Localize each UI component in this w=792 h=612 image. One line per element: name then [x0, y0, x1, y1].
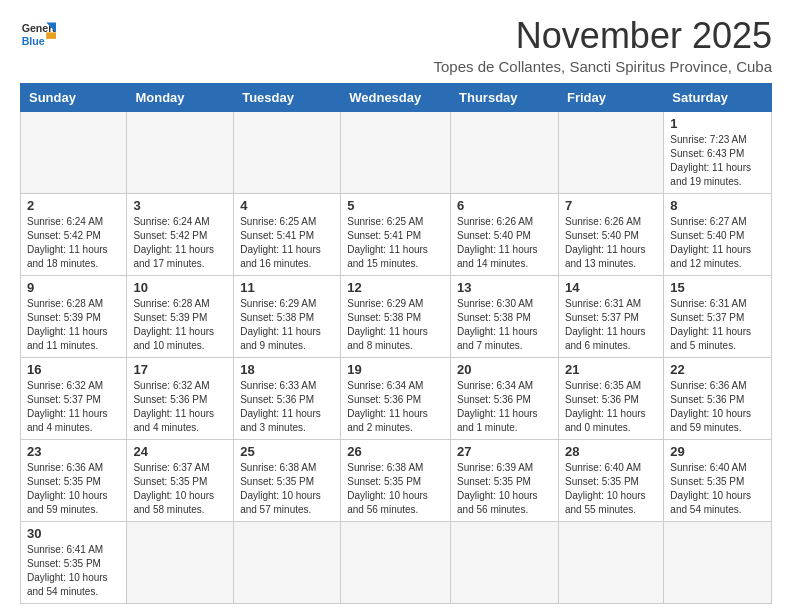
day-info: Sunrise: 6:25 AM Sunset: 5:41 PM Dayligh…: [347, 215, 444, 271]
calendar-cell: 25Sunrise: 6:38 AM Sunset: 5:35 PM Dayli…: [234, 439, 341, 521]
calendar-cell: 30Sunrise: 6:41 AM Sunset: 5:35 PM Dayli…: [21, 521, 127, 603]
day-number: 17: [133, 362, 227, 377]
calendar-cell: 2Sunrise: 6:24 AM Sunset: 5:42 PM Daylig…: [21, 193, 127, 275]
calendar-cell: 9Sunrise: 6:28 AM Sunset: 5:39 PM Daylig…: [21, 275, 127, 357]
day-number: 12: [347, 280, 444, 295]
day-info: Sunrise: 6:37 AM Sunset: 5:35 PM Dayligh…: [133, 461, 227, 517]
day-info: Sunrise: 6:26 AM Sunset: 5:40 PM Dayligh…: [457, 215, 552, 271]
calendar-cell: [234, 521, 341, 603]
day-number: 15: [670, 280, 765, 295]
weekday-header-tuesday: Tuesday: [234, 83, 341, 111]
weekday-header-thursday: Thursday: [451, 83, 559, 111]
day-number: 29: [670, 444, 765, 459]
weekday-header-monday: Monday: [127, 83, 234, 111]
weekday-header-row: SundayMondayTuesdayWednesdayThursdayFrid…: [21, 83, 772, 111]
calendar-cell: 24Sunrise: 6:37 AM Sunset: 5:35 PM Dayli…: [127, 439, 234, 521]
calendar-cell: 14Sunrise: 6:31 AM Sunset: 5:37 PM Dayli…: [558, 275, 663, 357]
day-number: 23: [27, 444, 120, 459]
day-number: 21: [565, 362, 657, 377]
day-info: Sunrise: 6:27 AM Sunset: 5:40 PM Dayligh…: [670, 215, 765, 271]
title-area: November 2025 Topes de Collantes, Sancti…: [433, 16, 772, 75]
weekday-header-sunday: Sunday: [21, 83, 127, 111]
weekday-header-wednesday: Wednesday: [341, 83, 451, 111]
day-number: 3: [133, 198, 227, 213]
calendar-cell: 1Sunrise: 7:23 AM Sunset: 6:43 PM Daylig…: [664, 111, 772, 193]
calendar-cell: 16Sunrise: 6:32 AM Sunset: 5:37 PM Dayli…: [21, 357, 127, 439]
calendar-cell: [451, 111, 559, 193]
calendar-cell: 15Sunrise: 6:31 AM Sunset: 5:37 PM Dayli…: [664, 275, 772, 357]
day-number: 10: [133, 280, 227, 295]
day-number: 20: [457, 362, 552, 377]
day-info: Sunrise: 6:30 AM Sunset: 5:38 PM Dayligh…: [457, 297, 552, 353]
day-number: 6: [457, 198, 552, 213]
week-row-3: 16Sunrise: 6:32 AM Sunset: 5:37 PM Dayli…: [21, 357, 772, 439]
day-number: 24: [133, 444, 227, 459]
day-number: 26: [347, 444, 444, 459]
calendar-cell: 29Sunrise: 6:40 AM Sunset: 5:35 PM Dayli…: [664, 439, 772, 521]
day-number: 11: [240, 280, 334, 295]
weekday-header-saturday: Saturday: [664, 83, 772, 111]
day-info: Sunrise: 6:24 AM Sunset: 5:42 PM Dayligh…: [133, 215, 227, 271]
day-number: 19: [347, 362, 444, 377]
calendar-cell: 17Sunrise: 6:32 AM Sunset: 5:36 PM Dayli…: [127, 357, 234, 439]
day-number: 5: [347, 198, 444, 213]
day-info: Sunrise: 6:40 AM Sunset: 5:35 PM Dayligh…: [670, 461, 765, 517]
day-number: 13: [457, 280, 552, 295]
week-row-5: 30Sunrise: 6:41 AM Sunset: 5:35 PM Dayli…: [21, 521, 772, 603]
day-info: Sunrise: 6:29 AM Sunset: 5:38 PM Dayligh…: [240, 297, 334, 353]
day-info: Sunrise: 6:32 AM Sunset: 5:36 PM Dayligh…: [133, 379, 227, 435]
day-info: Sunrise: 6:33 AM Sunset: 5:36 PM Dayligh…: [240, 379, 334, 435]
day-info: Sunrise: 6:31 AM Sunset: 5:37 PM Dayligh…: [565, 297, 657, 353]
calendar-cell: [664, 521, 772, 603]
day-number: 4: [240, 198, 334, 213]
calendar-cell: 22Sunrise: 6:36 AM Sunset: 5:36 PM Dayli…: [664, 357, 772, 439]
day-info: Sunrise: 6:34 AM Sunset: 5:36 PM Dayligh…: [347, 379, 444, 435]
day-number: 1: [670, 116, 765, 131]
day-info: Sunrise: 6:35 AM Sunset: 5:36 PM Dayligh…: [565, 379, 657, 435]
day-info: Sunrise: 6:28 AM Sunset: 5:39 PM Dayligh…: [27, 297, 120, 353]
calendar-cell: 18Sunrise: 6:33 AM Sunset: 5:36 PM Dayli…: [234, 357, 341, 439]
calendar-cell: 20Sunrise: 6:34 AM Sunset: 5:36 PM Dayli…: [451, 357, 559, 439]
logo: General Blue: [20, 16, 56, 52]
day-info: Sunrise: 6:41 AM Sunset: 5:35 PM Dayligh…: [27, 543, 120, 599]
svg-marker-3: [46, 32, 56, 39]
day-number: 7: [565, 198, 657, 213]
calendar-cell: 4Sunrise: 6:25 AM Sunset: 5:41 PM Daylig…: [234, 193, 341, 275]
day-number: 8: [670, 198, 765, 213]
day-number: 9: [27, 280, 120, 295]
day-number: 28: [565, 444, 657, 459]
day-info: Sunrise: 6:36 AM Sunset: 5:35 PM Dayligh…: [27, 461, 120, 517]
calendar-cell: 13Sunrise: 6:30 AM Sunset: 5:38 PM Dayli…: [451, 275, 559, 357]
day-info: Sunrise: 6:38 AM Sunset: 5:35 PM Dayligh…: [240, 461, 334, 517]
calendar-cell: 11Sunrise: 6:29 AM Sunset: 5:38 PM Dayli…: [234, 275, 341, 357]
calendar-cell: [341, 521, 451, 603]
day-number: 22: [670, 362, 765, 377]
day-info: Sunrise: 6:38 AM Sunset: 5:35 PM Dayligh…: [347, 461, 444, 517]
calendar-cell: [558, 111, 663, 193]
day-info: Sunrise: 6:25 AM Sunset: 5:41 PM Dayligh…: [240, 215, 334, 271]
calendar-cell: [341, 111, 451, 193]
calendar-cell: [558, 521, 663, 603]
day-number: 27: [457, 444, 552, 459]
page-header: General Blue November 2025 Topes de Coll…: [20, 16, 772, 75]
week-row-2: 9Sunrise: 6:28 AM Sunset: 5:39 PM Daylig…: [21, 275, 772, 357]
calendar-cell: 26Sunrise: 6:38 AM Sunset: 5:35 PM Dayli…: [341, 439, 451, 521]
generalblue-logo-icon: General Blue: [20, 16, 56, 52]
calendar-cell: 7Sunrise: 6:26 AM Sunset: 5:40 PM Daylig…: [558, 193, 663, 275]
calendar-cell: [451, 521, 559, 603]
calendar-table: SundayMondayTuesdayWednesdayThursdayFrid…: [20, 83, 772, 604]
calendar-cell: 19Sunrise: 6:34 AM Sunset: 5:36 PM Dayli…: [341, 357, 451, 439]
calendar-cell: [234, 111, 341, 193]
day-info: Sunrise: 6:31 AM Sunset: 5:37 PM Dayligh…: [670, 297, 765, 353]
location-title: Topes de Collantes, Sancti Spiritus Prov…: [433, 58, 772, 75]
calendar-cell: [127, 521, 234, 603]
day-info: Sunrise: 6:34 AM Sunset: 5:36 PM Dayligh…: [457, 379, 552, 435]
month-title: November 2025: [433, 16, 772, 56]
day-number: 16: [27, 362, 120, 377]
week-row-0: 1Sunrise: 7:23 AM Sunset: 6:43 PM Daylig…: [21, 111, 772, 193]
calendar-cell: 6Sunrise: 6:26 AM Sunset: 5:40 PM Daylig…: [451, 193, 559, 275]
weekday-header-friday: Friday: [558, 83, 663, 111]
day-info: Sunrise: 6:39 AM Sunset: 5:35 PM Dayligh…: [457, 461, 552, 517]
calendar-cell: 28Sunrise: 6:40 AM Sunset: 5:35 PM Dayli…: [558, 439, 663, 521]
day-number: 18: [240, 362, 334, 377]
